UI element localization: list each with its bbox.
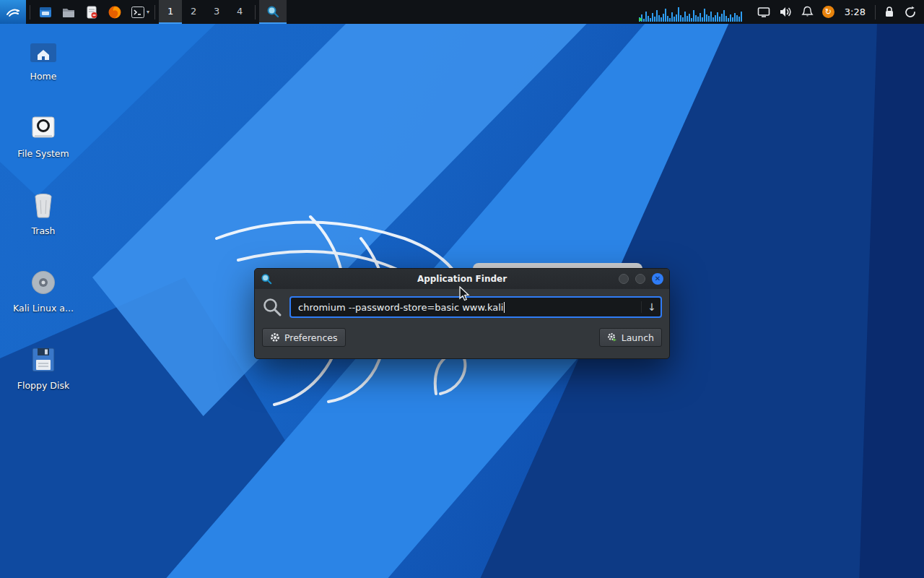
desktop-icon-list: Home File System Trash (9, 35, 78, 399)
mouse-cursor (459, 286, 471, 305)
preferences-button-label: Preferences (284, 332, 338, 343)
maximize-button[interactable] (635, 274, 645, 284)
desktop-icon-label: File System (17, 148, 69, 159)
kali-logo-icon (5, 4, 21, 20)
button-row: Preferences Launch (255, 322, 669, 355)
workspace-button-2[interactable]: 2 (182, 0, 205, 24)
text-editor-icon (84, 5, 99, 20)
close-button[interactable]: ✕ (652, 273, 663, 285)
combo-dropdown-arrow[interactable]: ↓ (641, 301, 656, 313)
bell-icon (801, 6, 814, 18)
panel-spacer (287, 0, 637, 24)
file-system-icon (29, 112, 58, 144)
lock-tray-icon[interactable] (879, 0, 899, 24)
panel-separator (255, 5, 256, 20)
search-icon (262, 297, 282, 317)
window-title: Application Finder (255, 274, 669, 284)
logout-tray-icon[interactable] (899, 0, 924, 24)
cpu-graph-indicator (639, 18, 642, 21)
updates-tray-icon[interactable]: ↻ (818, 0, 839, 24)
panel-separator (875, 5, 876, 20)
search-input-value: chromium --password-store=basic www.kali (298, 302, 503, 313)
gear-icon (270, 332, 280, 342)
text-caret (504, 302, 505, 313)
folder-icon (61, 5, 76, 20)
volume-tray-icon[interactable] (775, 0, 797, 24)
folder-launcher[interactable] (57, 0, 80, 24)
text-editor-launcher[interactable] (80, 0, 103, 24)
updates-icon: ↻ (822, 6, 834, 18)
workspace-button-3[interactable]: 3 (205, 0, 228, 24)
cdrom-icon (30, 267, 57, 298)
file-manager-icon (38, 5, 53, 20)
speaker-icon (779, 6, 793, 18)
cpu-graph-bars (639, 7, 744, 22)
workspace-button-4[interactable]: 4 (228, 0, 251, 24)
terminal-launcher[interactable] (126, 0, 145, 24)
desktop-icon-label: Kali Linux a... (13, 303, 74, 314)
panel-separator (30, 5, 30, 20)
launch-button[interactable]: Launch (599, 328, 662, 347)
desktop-icon-label: Home (30, 71, 57, 82)
launch-button-label: Launch (622, 332, 654, 343)
desktop-icon-trash[interactable]: Trash (9, 189, 78, 244)
minimize-button[interactable] (619, 274, 629, 284)
preferences-button[interactable]: Preferences (262, 328, 346, 347)
notifications-tray-icon[interactable] (797, 0, 818, 24)
top-panel: ▾ 1 2 3 4 (0, 0, 924, 24)
cpu-graph[interactable] (637, 3, 746, 22)
system-run-icon (607, 332, 617, 342)
display-icon (757, 7, 770, 18)
screen-tray-icon[interactable] (753, 0, 775, 24)
application-finder-window: Application Finder ✕ chromium --password… (254, 268, 670, 359)
desktop-icon-kali-linux[interactable]: Kali Linux a... (9, 267, 78, 322)
desktop-icon-file-system[interactable]: File System (9, 112, 78, 167)
terminal-icon (131, 5, 145, 20)
desktop-icon-label: Floppy Disk (17, 380, 69, 391)
desktop-screen: ▾ 1 2 3 4 (0, 0, 924, 578)
search-input[interactable]: chromium --password-store=basic www.kali… (289, 296, 662, 318)
panel-separator (154, 5, 155, 20)
magnifier-icon (266, 5, 279, 18)
applications-menu-button[interactable] (0, 0, 26, 24)
file-manager-launcher[interactable] (34, 0, 57, 24)
firefox-launcher[interactable] (103, 0, 126, 24)
floppy-icon (30, 344, 56, 376)
home-icon (28, 35, 58, 66)
trash-icon (30, 189, 56, 221)
firefox-icon (108, 5, 122, 20)
desktop-icon-home[interactable]: Home (9, 35, 78, 90)
terminal-dropdown-chevron[interactable]: ▾ (145, 0, 151, 24)
desktop-icon-floppy-disk[interactable]: Floppy Disk (9, 344, 78, 399)
workspace-button-1[interactable]: 1 (159, 0, 182, 24)
desktop-icon-label: Trash (31, 225, 55, 236)
panel-clock[interactable]: 3:28 (839, 0, 871, 24)
taskbar-application-finder[interactable] (259, 0, 287, 24)
logout-icon (904, 6, 917, 19)
lock-icon (884, 6, 895, 18)
